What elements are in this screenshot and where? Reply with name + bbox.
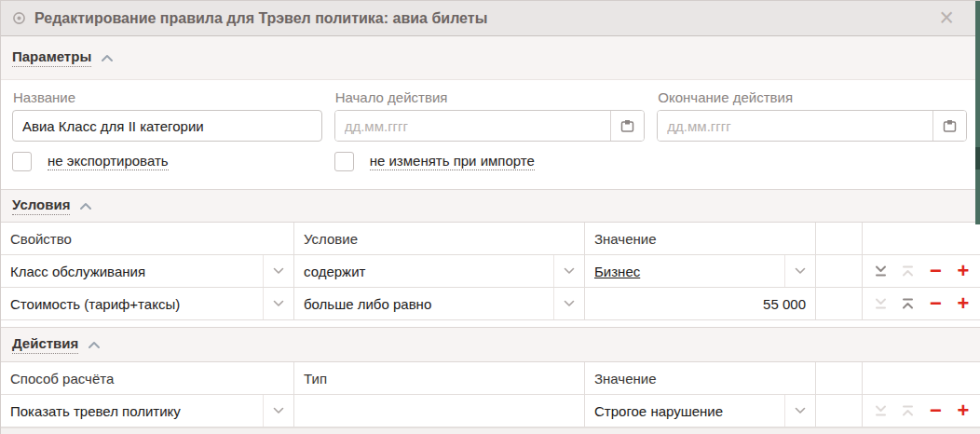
no-export-label[interactable]: не экспортировать <box>48 153 169 170</box>
column-header-actions <box>863 362 980 394</box>
chevron-down-icon[interactable] <box>553 255 584 287</box>
section-actions-header: Действия <box>1 327 980 362</box>
no-export-checkbox[interactable] <box>12 152 32 171</box>
property-select-value[interactable]: Стоимость (тариф+таксы) <box>1 296 263 312</box>
row-actions: − + <box>863 255 980 287</box>
value-select-value[interactable]: Строгое нарушение <box>585 403 784 419</box>
condition-row: Класс обслуживания содержит Бизнес <box>1 255 980 288</box>
move-up-icon[interactable] <box>900 402 917 419</box>
section-conditions-header: Условия <box>1 189 980 223</box>
start-date-label: Начало действия <box>335 89 646 105</box>
column-header-value: Значение <box>585 223 816 254</box>
end-date-label: Окончание действия <box>658 89 967 105</box>
actions-table: Способ расчёта Тип Значение Показать тре… <box>1 362 980 427</box>
chevron-down-icon[interactable] <box>263 255 293 287</box>
move-up-icon[interactable] <box>900 295 917 312</box>
column-header-method: Способ расчёта <box>1 362 294 394</box>
dialog-title: Редактирование правила для Трэвел полити… <box>34 10 487 27</box>
chevron-down-icon[interactable] <box>784 395 815 427</box>
calendar-icon[interactable] <box>610 111 644 141</box>
row-actions: − + <box>863 395 980 427</box>
background-scrollbar <box>975 1 980 224</box>
remove-row-icon[interactable]: − <box>927 402 944 419</box>
value-link[interactable]: Бизнес <box>594 264 640 279</box>
dialog-titlebar: Редактирование правила для Трэвел полити… <box>1 1 980 36</box>
condition-select-value[interactable]: больше либо равно <box>294 296 553 312</box>
end-date-input[interactable] <box>658 111 932 141</box>
section-conditions-toggle[interactable]: Условия <box>12 197 70 215</box>
property-select[interactable]: Стоимость (тариф+таксы) <box>1 288 294 319</box>
parameters-form: Название не экспортировать Начало действ… <box>1 80 980 189</box>
no-import-change-label[interactable]: не изменять при импорте <box>370 153 535 170</box>
move-up-icon[interactable] <box>900 263 917 279</box>
add-row-icon[interactable]: + <box>955 263 972 279</box>
action-row: Показать тревел политику Строгое нарушен… <box>1 395 980 427</box>
condition-select-value[interactable]: содержит <box>294 264 553 279</box>
method-select[interactable]: Показать тревел политику <box>1 395 294 427</box>
section-actions-toggle[interactable]: Действия <box>12 335 78 354</box>
column-header-spacer <box>816 223 863 254</box>
name-label: Название <box>13 89 322 105</box>
actions-header-row: Способ расчёта Тип Значение <box>1 362 980 395</box>
chevron-down-icon[interactable] <box>263 395 293 427</box>
row-spacer <box>816 288 863 319</box>
column-header-condition: Условие <box>294 223 585 254</box>
close-icon[interactable]: × <box>939 6 954 31</box>
no-import-change-checkbox[interactable] <box>334 152 354 171</box>
background-scrollbar-thumb <box>975 147 980 170</box>
conditions-table: Свойство Условие Значение Класс обслужив… <box>1 223 980 320</box>
method-select-value[interactable]: Показать тревел политику <box>1 403 263 419</box>
row-spacer <box>816 395 863 427</box>
remove-row-icon[interactable]: − <box>927 295 944 312</box>
name-field-group: Название не экспортировать <box>12 87 322 171</box>
add-row-icon[interactable]: + <box>955 295 972 312</box>
move-down-icon[interactable] <box>872 263 889 279</box>
condition-select[interactable]: содержит <box>294 255 585 287</box>
condition-select[interactable]: больше либо равно <box>294 288 585 319</box>
end-date-group: Окончание действия <box>657 87 967 171</box>
property-select[interactable]: Класс обслуживания <box>1 255 294 287</box>
value-select[interactable]: Бизнес <box>585 255 816 287</box>
chevron-up-icon[interactable] <box>79 202 92 210</box>
condition-row: Стоимость (тариф+таксы) больше либо равн… <box>1 288 980 320</box>
column-header-type: Тип <box>294 362 585 394</box>
edit-rule-dialog: Редактирование правила для Трэвел полити… <box>0 0 980 434</box>
property-select-value[interactable]: Класс обслуживания <box>1 264 263 279</box>
chevron-up-icon[interactable] <box>88 341 101 349</box>
move-down-icon[interactable] <box>872 295 889 312</box>
start-date-group: Начало действия не изменять при импорте <box>334 87 646 171</box>
value-select[interactable]: Строгое нарушение <box>585 395 816 427</box>
type-cell[interactable] <box>294 395 585 427</box>
section-parameters-header: Параметры <box>1 36 980 80</box>
remove-row-icon[interactable]: − <box>927 263 944 279</box>
row-spacer <box>816 255 863 287</box>
add-row-icon[interactable]: + <box>955 402 972 419</box>
start-date-input[interactable] <box>335 111 611 141</box>
column-header-spacer <box>816 362 863 394</box>
chevron-down-icon[interactable] <box>263 288 293 319</box>
value-number-cell[interactable]: 55 000 <box>585 288 816 319</box>
name-input[interactable] <box>12 110 322 142</box>
dialog-footer-strip <box>1 427 980 434</box>
move-down-icon[interactable] <box>872 402 889 419</box>
row-actions: − + <box>863 288 980 319</box>
chevron-down-icon[interactable] <box>553 288 584 319</box>
column-header-property: Свойство <box>1 223 294 254</box>
chevron-down-icon[interactable] <box>784 255 815 287</box>
chevron-up-icon[interactable] <box>101 54 114 62</box>
column-header-actions <box>863 223 980 254</box>
column-header-value: Значение <box>585 362 816 394</box>
section-parameters-toggle[interactable]: Параметры <box>12 48 91 67</box>
conditions-header-row: Свойство Условие Значение <box>1 223 980 255</box>
record-icon <box>12 11 26 25</box>
calendar-icon[interactable] <box>932 111 966 141</box>
